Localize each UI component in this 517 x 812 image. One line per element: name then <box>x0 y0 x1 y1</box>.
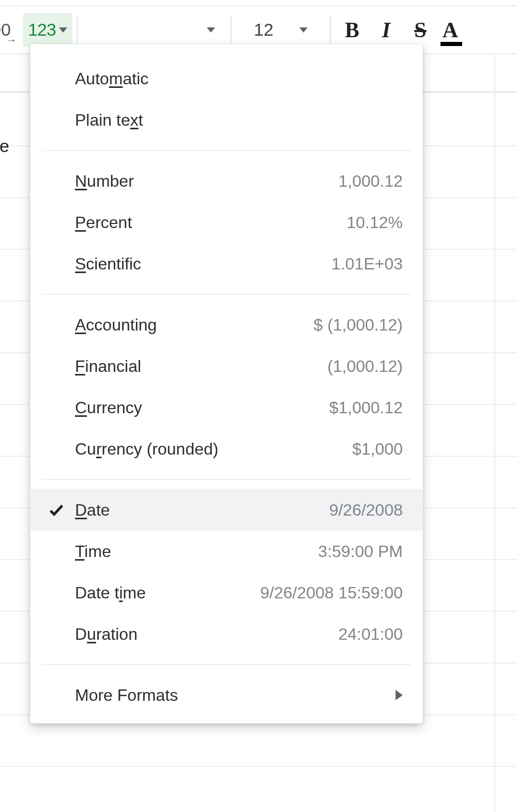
format-option-label: Plain text <box>75 111 143 130</box>
format-option-label: Date time <box>75 583 146 603</box>
check-icon <box>46 582 67 603</box>
format-option-scientific[interactable]: Scientific1.01E+03 <box>31 243 422 284</box>
check-icon <box>46 314 67 335</box>
format-option-label: Financial <box>75 357 141 376</box>
format-option-accounting[interactable]: Accounting$ (1,000.12) <box>31 304 422 345</box>
format-option-example: 3:59:00 PM <box>318 542 403 561</box>
format-option-label: Currency (rounded) <box>75 440 218 459</box>
format-option-label: Automatic <box>75 69 148 88</box>
format-option-example: 10.12% <box>346 213 403 232</box>
italic-icon: I <box>382 18 390 42</box>
check-icon <box>46 439 67 459</box>
toolbar-divider <box>231 15 232 45</box>
chevron-down-icon <box>59 27 67 33</box>
format-option-label: Time <box>75 542 111 561</box>
decrease-decimal-arrow-icon: → <box>6 35 16 45</box>
format-option-time[interactable]: Time3:59:00 PM <box>31 531 422 572</box>
format-option-example: 1,000.12 <box>338 172 403 191</box>
format-option-date[interactable]: Date9/26/2008 <box>31 489 422 531</box>
format-option-more-formats[interactable]: More Formats <box>31 674 422 716</box>
format-option-example: 9/26/2008 15:59:00 <box>260 583 403 603</box>
check-icon <box>46 356 67 377</box>
format-option-example: $ (1,000.12) <box>313 315 403 335</box>
format-option-example: 24:01:00 <box>338 625 403 644</box>
strikethrough-icon: S <box>414 18 426 42</box>
format-option-example: $1,000 <box>352 440 403 459</box>
decrease-decimal-button[interactable]: 00 → <box>0 13 23 47</box>
toolbar-divider <box>77 15 78 45</box>
check-icon <box>46 397 67 418</box>
format-option-label: Number <box>75 172 134 191</box>
check-icon <box>46 171 67 191</box>
check-icon <box>46 212 67 233</box>
check-icon <box>46 110 67 130</box>
format-option-duration[interactable]: Duration24:01:00 <box>31 613 422 655</box>
font-size-picker[interactable]: 12 <box>236 13 326 47</box>
number-format-menu: AutomaticPlain textNumber1,000.12Percent… <box>30 44 423 724</box>
strikethrough-button[interactable]: S <box>403 13 437 47</box>
bold-button[interactable]: B <box>335 13 369 47</box>
format-option-example: 1.01E+03 <box>331 254 403 274</box>
more-formats-label: 123 <box>28 20 56 40</box>
check-icon <box>46 253 67 274</box>
check-icon <box>46 541 67 562</box>
chevron-down-icon <box>299 27 308 33</box>
format-option-financial[interactable]: Financial(1,000.12) <box>31 345 422 387</box>
bold-icon: B <box>345 18 359 42</box>
row-gridline <box>0 766 517 767</box>
check-icon <box>46 624 67 644</box>
format-option-number[interactable]: Number1,000.12 <box>31 160 422 202</box>
toolbar-divider <box>330 15 331 45</box>
format-option-label: Currency <box>75 398 142 417</box>
format-option-example: $1,000.12 <box>329 398 403 417</box>
chevron-down-icon <box>207 27 215 33</box>
cell-content-fragment: ne <box>0 136 9 156</box>
format-option-example: 9/26/2008 <box>329 501 403 520</box>
check-icon <box>46 500 67 520</box>
chevron-right-icon <box>396 690 403 700</box>
check-icon <box>46 68 67 89</box>
format-option-label: Duration <box>75 625 138 644</box>
font-family-picker[interactable] <box>82 13 226 47</box>
format-option-label: More Formats <box>75 686 178 705</box>
text-color-icon: A <box>443 18 458 42</box>
format-option-example: (1,000.12) <box>327 357 403 376</box>
font-size-value: 12 <box>254 20 273 40</box>
format-option-label: Scientific <box>75 254 141 274</box>
more-formats-button[interactable]: 123 <box>23 13 72 47</box>
format-option-label: Percent <box>75 213 132 232</box>
column-gridline <box>494 55 495 812</box>
format-option-automatic[interactable]: Automatic <box>31 58 422 99</box>
format-option-percent[interactable]: Percent10.12% <box>31 202 422 243</box>
text-color-button[interactable]: A <box>437 13 463 47</box>
format-option-label: Date <box>75 501 110 520</box>
format-option-currency-round[interactable]: Currency (rounded)$1,000 <box>31 428 422 470</box>
check-icon <box>46 685 67 705</box>
italic-button[interactable]: I <box>369 13 403 47</box>
format-option-date-time[interactable]: Date time9/26/2008 15:59:00 <box>31 572 422 613</box>
format-option-currency[interactable]: Currency$1,000.12 <box>31 387 422 428</box>
format-option-plain-text[interactable]: Plain text <box>31 99 422 141</box>
format-option-label: Accounting <box>75 315 157 335</box>
